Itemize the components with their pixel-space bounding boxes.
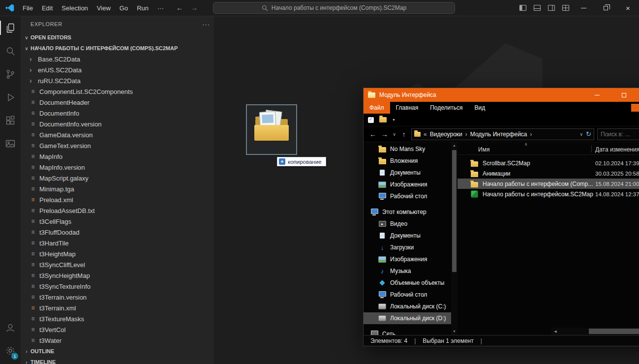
- menu-item[interactable]: Go: [115, 0, 132, 16]
- nav-item[interactable]: Вложения: [364, 155, 451, 167]
- tree-item[interactable]: › ≡ t3FluffDoodad: [21, 227, 214, 238]
- nav-item[interactable]: Изображения: [364, 253, 451, 265]
- scroll-down-icon[interactable]: ▼: [451, 328, 457, 335]
- ribbon-tab[interactable]: Главная: [390, 102, 425, 114]
- new-folder-icon[interactable]: [379, 117, 387, 122]
- outline-section-header[interactable]: › OUTLINE: [21, 346, 214, 357]
- forward-button[interactable]: →: [379, 130, 391, 138]
- search-input[interactable]: [601, 131, 639, 138]
- command-center[interactable]: Начало работы с интерфейсом (Comps).SC2M…: [213, 2, 455, 14]
- nav-item[interactable]: Объемные объекты: [364, 277, 451, 289]
- scroll-left-icon[interactable]: ◀: [551, 330, 559, 334]
- explorer-titlebar[interactable]: Модуль Интерфейса ×: [364, 88, 639, 102]
- minimize-button[interactable]: [586, 88, 609, 102]
- toggle-secondary-sidebar-icon[interactable]: [544, 0, 558, 16]
- file-row[interactable]: Начало работы с интерфейсом.SC2Map 14.08…: [457, 189, 639, 199]
- ribbon-tab[interactable]: Вид: [468, 102, 491, 114]
- open-editors-header[interactable]: ∨ OPEN EDITORS: [21, 32, 214, 43]
- back-button[interactable]: ←: [367, 130, 379, 138]
- tree-item[interactable]: › ≡ GameText.version: [21, 140, 214, 151]
- tree-item[interactable]: › ≡ DocumentInfo.version: [21, 119, 214, 129]
- breadcrumb-overflow-icon[interactable]: «: [424, 131, 427, 138]
- menu-item[interactable]: File: [18, 0, 37, 16]
- properties-icon[interactable]: [368, 117, 374, 123]
- toggle-panel-icon[interactable]: [530, 0, 544, 16]
- search-icon[interactable]: [0, 39, 21, 62]
- tree-item[interactable]: › ≡ t3HeightMap: [21, 248, 214, 259]
- image-preview-icon[interactable]: [0, 132, 21, 155]
- tree-item[interactable]: › ≡ enUS.SC2Data: [21, 64, 214, 75]
- tree-item[interactable]: › ≡ Preload.xml: [21, 194, 214, 205]
- file-row[interactable]: Анимации 30.03.2025 20:58: [457, 168, 639, 179]
- tree-item[interactable]: › ≡ Minimap.tga: [21, 183, 214, 194]
- ribbon-help-icon[interactable]: [631, 104, 639, 112]
- tree-item[interactable]: › ≡ t3Terrain.xml: [21, 303, 214, 313]
- tree-item[interactable]: › ≡ MapInfo: [21, 151, 214, 162]
- nav-item[interactable]: Загрузки: [364, 242, 451, 253]
- nav-item[interactable]: Рабочий стол: [364, 289, 451, 301]
- run-and-debug-icon[interactable]: [0, 86, 21, 109]
- up-button[interactable]: ↑: [398, 130, 410, 138]
- address-dropdown-icon[interactable]: ∨: [580, 132, 583, 137]
- horizontal-scrollbar[interactable]: ◀: [551, 328, 639, 335]
- menu-item[interactable]: Edit: [37, 0, 57, 16]
- scrollbar-thumb[interactable]: [589, 329, 639, 334]
- back-icon[interactable]: ←: [176, 4, 183, 12]
- nav-scrollbar[interactable]: ▲ ▼: [451, 142, 457, 335]
- ribbon-tab[interactable]: Файл: [364, 102, 390, 114]
- file-row[interactable]: Scrollbar.SC2Map 02.10.2024 17:39: [457, 158, 639, 168]
- nav-item[interactable]: No Mans Sky: [364, 143, 451, 155]
- tree-item[interactable]: › ≡ t3HardTile: [21, 238, 214, 248]
- tree-item[interactable]: › ≡ ruRU.SC2Data: [21, 75, 214, 86]
- menu-item[interactable]: Run: [132, 0, 153, 16]
- column-divider[interactable]: [591, 145, 592, 152]
- project-section-header[interactable]: ∨ НАЧАЛО РАБОТЫ С ИНТЕРФЕЙСОМ (COMPS).SC…: [21, 43, 214, 54]
- nav-item[interactable]: Изображения: [364, 179, 451, 190]
- nav-item[interactable]: Локальный диск (C:): [364, 301, 451, 312]
- breadcrumb-item[interactable]: Модуль Интерфейса: [470, 131, 527, 138]
- menu-item[interactable]: Selection: [57, 0, 92, 16]
- nav-item[interactable]: Документы: [364, 167, 451, 179]
- scrollbar-thumb[interactable]: [452, 150, 456, 272]
- nav-item[interactable]: Документы: [364, 230, 451, 242]
- tree-item[interactable]: › ≡ t3Water: [21, 335, 214, 346]
- nav-item[interactable]: Сеть: [364, 328, 451, 335]
- column-name[interactable]: Имя: [478, 146, 489, 153]
- tree-item[interactable]: › ≡ t3SyncCliffLevel: [21, 259, 214, 270]
- close-button[interactable]: ×: [617, 0, 639, 16]
- nav-item[interactable]: Рабочий стол: [364, 190, 451, 202]
- tree-item[interactable]: › ≡ Base.SC2Data: [21, 54, 214, 64]
- tree-item[interactable]: › ≡ MapInfo.version: [21, 162, 214, 173]
- recent-locations-icon[interactable]: ∨: [391, 132, 398, 137]
- tree-item[interactable]: › ≡ t3SyncHeightMap: [21, 270, 214, 281]
- address-bar[interactable]: « Видеоуроки › Модуль Интерфейса › ∨ ↻: [411, 128, 594, 140]
- scroll-up-icon[interactable]: ▲: [451, 142, 457, 149]
- refresh-icon[interactable]: ↻: [586, 130, 591, 138]
- dragged-folder-ghost[interactable]: [246, 104, 297, 155]
- menu-item[interactable]: View: [92, 0, 115, 16]
- settings-gear-icon[interactable]: 1: [0, 339, 21, 362]
- tree-item[interactable]: › ≡ MapScript.galaxy: [21, 173, 214, 183]
- tree-item[interactable]: › ≡ PreloadAssetDB.txt: [21, 205, 214, 216]
- nav-item[interactable]: Видео: [364, 218, 451, 230]
- tree-item[interactable]: › ≡ t3Terrain.version: [21, 292, 214, 303]
- tree-item[interactable]: › ≡ t3VertCol: [21, 324, 214, 335]
- account-icon[interactable]: [0, 316, 21, 339]
- maximize-button[interactable]: [612, 88, 635, 102]
- tree-item[interactable]: › ≡ t3SyncTextureInfo: [21, 281, 214, 292]
- tree-item[interactable]: › ≡ DocumentInfo: [21, 108, 214, 119]
- nav-item[interactable]: Локальный диск (D:): [364, 312, 451, 324]
- timeline-section-header[interactable]: › TIMELINE: [21, 357, 214, 364]
- tree-item[interactable]: › ≡ t3TextureMasks: [21, 313, 214, 324]
- ribbon-tab[interactable]: Поделиться: [424, 102, 468, 114]
- nav-item[interactable]: Этот компьютер: [364, 206, 451, 218]
- file-row[interactable]: Начало работы с интерфейсом (Comp... 15.…: [457, 179, 639, 189]
- minimize-button[interactable]: [573, 0, 595, 16]
- search-box[interactable]: [597, 128, 639, 140]
- tree-item[interactable]: › ≡ GameData.version: [21, 129, 214, 140]
- qat-dropdown-icon[interactable]: ▼: [392, 118, 396, 121]
- explorer-icon[interactable]: [0, 16, 21, 39]
- extensions-icon[interactable]: [0, 109, 21, 132]
- tree-item[interactable]: › ≡ ComponentList.SC2Components: [21, 86, 214, 97]
- tree-item[interactable]: › ≡ t3CellFlags: [21, 216, 214, 227]
